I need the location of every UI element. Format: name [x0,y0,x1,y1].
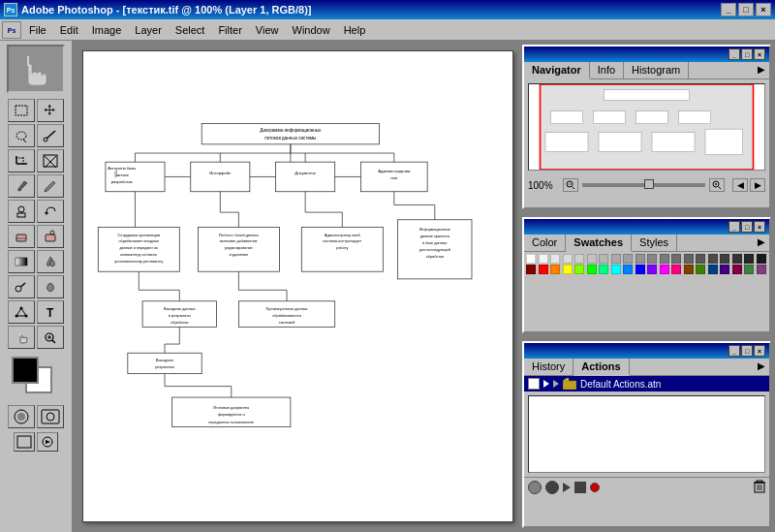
tab-histogram[interactable]: Histogram [624,62,689,78]
menu-file[interactable]: File [23,22,52,38]
swatch-item[interactable] [539,265,548,274]
swatch-item[interactable] [647,254,657,264]
tab-swatches[interactable]: Swatches [566,235,632,252]
burn-tool[interactable] [37,275,64,298]
marquee-tool[interactable] [8,99,35,122]
swatches-maximize-btn[interactable]: □ [741,221,753,233]
menu-layer[interactable]: Layer [129,22,168,38]
history-trash-btn[interactable] [754,480,765,495]
crop-tool[interactable] [8,149,35,172]
history-options[interactable]: ▶ [754,359,769,375]
swatch-item[interactable] [563,254,573,264]
lasso-tool[interactable] [8,124,35,147]
foreground-color[interactable] [12,357,39,384]
minimize-button[interactable]: _ [721,3,736,16]
swatches-minimize-btn[interactable]: _ [728,221,740,233]
swatch-item[interactable] [744,265,754,274]
menu-help[interactable]: Help [338,22,372,38]
zoom-slider[interactable] [582,183,705,187]
canvas-area[interactable]: Диаграмма информационных потоков данных … [73,41,775,532]
text-tool[interactable]: T [37,300,64,324]
history-new-snapshot-btn[interactable] [528,481,542,494]
slice-tool[interactable] [37,149,64,172]
swatch-item[interactable] [574,254,584,264]
swatch-item[interactable] [599,265,608,274]
swatch-item[interactable] [623,265,633,274]
swatch-item[interactable] [660,265,669,274]
swatch-item[interactable] [744,254,754,264]
tab-color[interactable]: Color [524,235,566,251]
swatch-item[interactable] [720,265,729,274]
swatch-item[interactable] [563,265,573,274]
zoom-slider-thumb[interactable] [644,179,654,189]
swatch-item[interactable] [587,265,597,274]
standard-mode-tool[interactable] [37,405,64,428]
nav-ctrl-1[interactable]: ◀ [732,178,748,192]
dodge-tool[interactable] [8,275,35,298]
swatch-item[interactable] [720,254,729,264]
eraser-tool[interactable] [8,225,35,248]
swatch-item[interactable] [526,254,536,264]
swatch-item[interactable] [708,265,718,274]
history-action-item[interactable]: ✓ Default Actions.atn [524,376,769,391]
zoom-tool[interactable] [37,326,64,349]
paint-bucket-tool[interactable] [37,250,64,273]
hand-tool[interactable] [8,326,35,349]
brush-tool[interactable] [8,174,35,198]
navigator-options[interactable]: ▶ [754,62,769,78]
swatch-item[interactable] [636,254,645,264]
action-checkbox[interactable]: ✓ [528,378,540,390]
pencil-tool[interactable] [37,174,64,198]
swatch-item[interactable] [636,265,645,274]
history-minimize-btn[interactable]: _ [728,345,740,357]
navigator-close-btn[interactable]: × [754,48,765,60]
jump-to-imageready[interactable] [37,432,58,452]
screen-mode-button[interactable] [14,432,35,452]
app-menu-icon[interactable]: Ps [2,21,21,39]
swatch-item[interactable] [757,265,766,274]
swatch-item[interactable] [671,254,681,264]
tab-actions[interactable]: Actions [574,359,629,376]
swatch-item[interactable] [696,254,705,264]
swatch-item[interactable] [623,254,633,264]
menu-view[interactable]: View [250,22,285,38]
swatch-item[interactable] [550,265,560,274]
swatch-item[interactable] [539,254,548,264]
menu-image[interactable]: Image [86,22,128,38]
swatch-item[interactable] [587,254,597,264]
swatch-item[interactable] [684,265,694,274]
navigator-maximize-btn[interactable]: □ [741,48,753,60]
swatch-item[interactable] [526,265,536,274]
maximize-button[interactable]: □ [738,3,754,16]
swatch-item[interactable] [599,254,608,264]
menu-window[interactable]: Window [287,22,336,38]
background-eraser-tool[interactable] [37,225,64,248]
stamp-tool[interactable] [8,200,35,223]
history-maximize-btn[interactable]: □ [741,345,753,357]
close-button[interactable]: × [756,3,771,16]
menu-select[interactable]: Select [170,22,211,38]
swatch-item[interactable] [732,265,742,274]
history-stop-btn[interactable] [574,482,586,493]
history-play-btn[interactable] [563,483,571,492]
swatches-close-btn[interactable]: × [754,221,765,233]
gradient-tool[interactable] [8,250,35,273]
swatch-item[interactable] [732,254,742,264]
swatch-item[interactable] [757,254,766,264]
quick-mask-tool[interactable] [8,405,35,428]
zoom-out-btn[interactable] [563,178,578,192]
swatch-item[interactable] [611,265,621,274]
swatch-item[interactable] [708,254,718,264]
swatch-item[interactable] [684,254,694,264]
history-close-btn[interactable]: × [754,345,765,357]
navigator-minimize-btn[interactable]: _ [728,48,740,60]
menu-edit[interactable]: Edit [54,22,84,38]
swatch-item[interactable] [574,265,584,274]
zoom-in-btn[interactable] [709,178,725,192]
history-brush-tool[interactable] [37,200,64,223]
swatch-item[interactable] [696,265,705,274]
tab-styles[interactable]: Styles [632,235,677,251]
swatches-options[interactable]: ▶ [754,235,769,251]
nav-ctrl-2[interactable]: ▶ [750,178,765,192]
swatch-item[interactable] [611,254,621,264]
